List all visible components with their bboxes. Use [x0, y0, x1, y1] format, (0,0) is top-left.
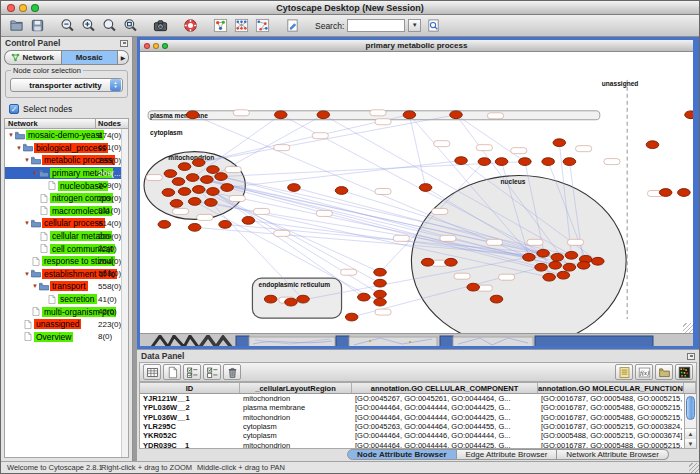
open-file-icon[interactable]: [7, 17, 25, 34]
network-node[interactable]: [186, 111, 199, 119]
network-node[interactable]: [264, 295, 277, 303]
layout-grid-icon[interactable]: [232, 17, 250, 34]
table-row[interactable]: YDR039C__1mitochondrion[GO:0044464, GO:0…: [140, 440, 696, 448]
network-node[interactable]: [164, 170, 177, 178]
tree-row-overview[interactable]: Overview8(0): [5, 331, 128, 344]
network-node[interactable]: [523, 253, 536, 261]
network-edge[interactable]: [456, 115, 525, 162]
table-cell[interactable]: [GO:0016787, GO:0005488, GO:0005215, G..…: [538, 403, 684, 412]
network-node[interactable]: [543, 273, 556, 281]
zoom-fit-icon[interactable]: [121, 17, 139, 34]
network-node[interactable]: [577, 261, 590, 269]
table-row[interactable]: YPL036W__2plasma membrane[GO:0044464, GO…: [140, 403, 696, 412]
network-node[interactable]: [646, 141, 659, 149]
network-node[interactable]: [335, 187, 348, 195]
network-node[interactable]: [685, 111, 693, 119]
network-node[interactable]: [186, 174, 199, 182]
table-cell[interactable]: YPL036W__2: [140, 403, 240, 412]
tree-row-cellular-metabo[interactable]: cellular metabo209(0): [5, 230, 128, 243]
table-cell[interactable]: [GO:0016787, GO:0005215, GO:0003824, G..…: [538, 422, 684, 431]
network-node[interactable]: [374, 279, 387, 287]
network-node[interactable]: [421, 258, 434, 266]
network-node[interactable]: [297, 295, 310, 303]
formula-icon[interactable]: f(x): [635, 364, 653, 380]
network-node[interactable]: [490, 295, 503, 303]
network-node[interactable]: [317, 111, 330, 119]
float-data-panel-icon[interactable]: [687, 353, 695, 360]
table-cell[interactable]: YKR052C: [140, 431, 240, 440]
network-node[interactable]: [467, 283, 480, 291]
tree-scrollbar[interactable]: [121, 129, 128, 457]
scroll-down-icon[interactable]: ▼: [685, 439, 696, 449]
network-node[interactable]: [178, 163, 191, 171]
network-node[interactable]: [215, 173, 228, 181]
disclosure-triangle[interactable]: ▼: [23, 271, 31, 277]
network-node[interactable]: [188, 223, 201, 231]
table-scrollbar[interactable]: ▲ ▼: [684, 394, 696, 448]
tab-mosaic[interactable]: Mosaic: [61, 50, 119, 65]
table-cell[interactable]: [GO:0045263, GO:0044464, GO:0044455, G..…: [352, 422, 538, 431]
network-node[interactable]: [495, 158, 508, 166]
network-node[interactable]: [549, 261, 562, 269]
table-cell[interactable]: YPL036W__1: [140, 413, 240, 422]
attribute-grid-icon[interactable]: [143, 364, 161, 380]
network-node[interactable]: [592, 257, 605, 265]
disclosure-triangle[interactable]: ▼: [7, 132, 15, 138]
table-row[interactable]: YJR121W__1mitochondrion[GO:0045267, GO:0…: [140, 394, 696, 403]
help-icon[interactable]: [181, 17, 199, 34]
tree-row-macromolecule[interactable]: macromolecule311(0): [5, 205, 128, 218]
network-node[interactable]: [219, 221, 232, 229]
network-edge[interactable]: [199, 115, 456, 163]
tree-row-secretion[interactable]: secretion41(0): [5, 293, 128, 306]
network-node[interactable]: [207, 166, 220, 174]
network-node[interactable]: [563, 263, 576, 271]
network-canvas[interactable]: plasma membranecytoplasmmitochondrionnuc…: [140, 52, 693, 333]
column-header[interactable]: _cellularLayoutRegion: [240, 383, 352, 393]
tab-network-attribute-browser[interactable]: Network Attribute Browser: [557, 449, 668, 460]
network-node[interactable]: [192, 159, 205, 167]
network-node[interactable]: [403, 111, 416, 119]
zoom-in-icon[interactable]: [79, 17, 97, 34]
tree-column-network[interactable]: Network: [5, 119, 96, 128]
matrix-icon[interactable]: [675, 364, 693, 380]
network-node[interactable]: [535, 263, 548, 271]
tree-row-establishment-of-lo[interactable]: ▼establishment of lo558(0): [5, 268, 128, 281]
table-cell[interactable]: mitochondrion: [240, 413, 352, 422]
network-node[interactable]: [158, 221, 171, 229]
annotation-icon[interactable]: [283, 17, 301, 34]
network-node[interactable]: [345, 313, 358, 321]
import-attributes-icon[interactable]: [655, 364, 673, 380]
network-node[interactable]: [551, 253, 564, 261]
network-node[interactable]: [563, 158, 576, 166]
table-cell[interactable]: [GO:0005488, GO:0005215, GO:0003674]: [538, 431, 684, 440]
table-row[interactable]: YKR052Ccytoplasm[GO:0044464, GO:0044446,…: [140, 431, 696, 440]
table-cell[interactable]: [GO:0045267, GO:0045261, GO:0044464, G..…: [352, 394, 538, 403]
network-node[interactable]: [478, 158, 491, 166]
network-node[interactable]: [275, 111, 288, 119]
network-node[interactable]: [170, 200, 183, 208]
table-cell[interactable]: [GO:0044464, GO:0044446, GO:0044444, G..…: [352, 431, 538, 440]
notes-icon[interactable]: [615, 364, 633, 380]
network-edge[interactable]: [207, 115, 323, 180]
search-input[interactable]: [347, 19, 405, 32]
network-node[interactable]: [288, 184, 301, 192]
delete-attribute-icon[interactable]: [223, 364, 241, 380]
network-edge[interactable]: [199, 190, 380, 273]
tree-row-nucleobase-[interactable]: nucleobase-209(0): [5, 179, 128, 192]
table-row[interactable]: YPL036W__1mitochondrion[GO:0044464, GO:0…: [140, 413, 696, 422]
view-resize-grip[interactable]: [683, 323, 693, 333]
tab-node-attribute-browser[interactable]: Node Attribute Browser: [347, 449, 457, 460]
float-panel-icon[interactable]: [120, 40, 128, 47]
tree-row-biological-process[interactable]: ▼biological_process651(0): [5, 142, 128, 155]
search-config-icon[interactable]: [424, 17, 442, 34]
network-node[interactable]: [450, 111, 463, 119]
table-cell[interactable]: [GO:0016787, GO:0005488, GO:0005215, G..…: [538, 413, 684, 422]
network-node[interactable]: [455, 157, 468, 165]
disclosure-triangle[interactable]: ▼: [15, 145, 23, 151]
snapshot-icon[interactable]: [151, 17, 169, 34]
network-node[interactable]: [445, 258, 458, 266]
network-node[interactable]: [162, 189, 175, 197]
tree-row-mosaic-demo-yeast[interactable]: ▼mosaic-demo-yeast874(0): [5, 129, 128, 142]
network-node[interactable]: [201, 176, 214, 184]
table-cell[interactable]: YLR295C: [140, 422, 240, 431]
